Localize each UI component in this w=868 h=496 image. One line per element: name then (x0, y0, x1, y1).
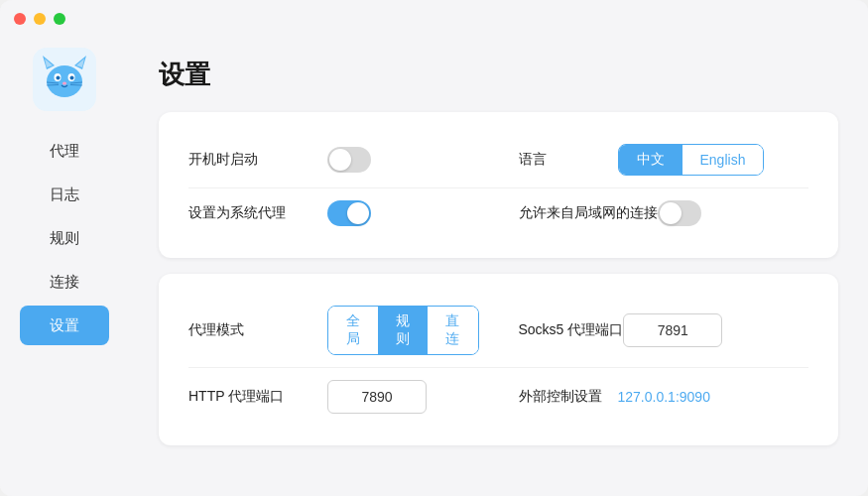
svg-point-10 (62, 82, 66, 85)
language-toggle-group: 中文 English (618, 144, 765, 176)
settings-row-mode: 代理模式 全局 规则 直连 Socks5 代理端口 (188, 298, 808, 363)
page-title: 设置 (159, 58, 838, 92)
startup-toggle[interactable] (327, 147, 371, 173)
svg-point-1 (47, 65, 82, 97)
sidebar-item-settings[interactable]: 设置 (20, 306, 109, 345)
main-content: 设置 开机时启动 语言 中文 English (129, 38, 868, 496)
mode-direct-button[interactable]: 直连 (428, 307, 477, 354)
lan-group: 允许来自局域网的连接 (479, 200, 809, 226)
sidebar: 代理 日志 规则 连接 设置 (0, 38, 129, 496)
external-control-label: 外部控制设置 (519, 388, 618, 406)
system-proxy-group: 设置为系统代理 (188, 200, 479, 226)
sidebar-nav: 代理 日志 规则 连接 设置 (0, 131, 129, 345)
maximize-button[interactable] (54, 13, 65, 25)
lang-zhcn-button[interactable]: 中文 (619, 145, 682, 175)
settings-row-startup: 开机时启动 语言 中文 English (188, 136, 808, 184)
lang-en-button[interactable]: English (682, 145, 764, 175)
settings-card-1: 开机时启动 语言 中文 English (159, 112, 838, 258)
system-proxy-toggle[interactable] (327, 200, 371, 226)
external-control-link[interactable]: 127.0.0.1:9090 (618, 389, 710, 405)
lan-toggle[interactable] (658, 200, 701, 226)
proxy-mode-toggle-group: 全局 规则 直连 (327, 306, 479, 355)
http-port-input[interactable] (327, 380, 427, 414)
settings-card-2: 代理模式 全局 规则 直连 Socks5 代理端口 (159, 274, 838, 445)
http-proxy-label: HTTP 代理端口 (188, 388, 327, 406)
startup-label: 开机时启动 (188, 151, 327, 169)
svg-point-9 (70, 76, 74, 80)
language-label: 语言 (519, 151, 618, 169)
proxy-mode-label: 代理模式 (188, 321, 327, 339)
startup-group: 开机时启动 (188, 147, 479, 173)
sidebar-item-proxy[interactable]: 代理 (20, 131, 109, 171)
proxy-mode-group: 代理模式 全局 规则 直连 (188, 306, 479, 355)
sidebar-item-connections[interactable]: 连接 (20, 262, 109, 302)
titlebar (0, 0, 868, 38)
close-button[interactable] (14, 13, 26, 25)
settings-row-http: HTTP 代理端口 外部控制设置 127.0.0.1:9090 (188, 367, 808, 422)
system-proxy-label: 设置为系统代理 (188, 204, 327, 222)
language-group: 语言 中文 English (479, 144, 809, 176)
socks5-label: Socks5 代理端口 (519, 321, 624, 339)
minimize-button[interactable] (34, 13, 46, 25)
svg-line-12 (47, 85, 59, 86)
socks5-port-input[interactable] (623, 313, 722, 347)
app-logo (33, 48, 96, 111)
mode-global-button[interactable]: 全局 (328, 307, 378, 354)
main-layout: 代理 日志 规则 连接 设置 设置 (0, 38, 868, 496)
settings-row-proxy: 设置为系统代理 允许来自局域网的连接 (188, 187, 808, 234)
svg-line-14 (70, 85, 82, 86)
sidebar-item-log[interactable]: 日志 (20, 175, 109, 214)
mode-rules-button[interactable]: 规则 (378, 307, 428, 354)
lan-label: 允许来自局域网的连接 (519, 204, 658, 222)
svg-point-8 (57, 76, 61, 80)
http-proxy-group: HTTP 代理端口 (188, 380, 479, 414)
app-window: 代理 日志 规则 连接 设置 设置 (0, 0, 868, 496)
sidebar-item-rules[interactable]: 规则 (20, 218, 109, 258)
socks5-group: Socks5 代理端口 (479, 313, 809, 347)
external-control-group: 外部控制设置 127.0.0.1:9090 (479, 388, 809, 406)
